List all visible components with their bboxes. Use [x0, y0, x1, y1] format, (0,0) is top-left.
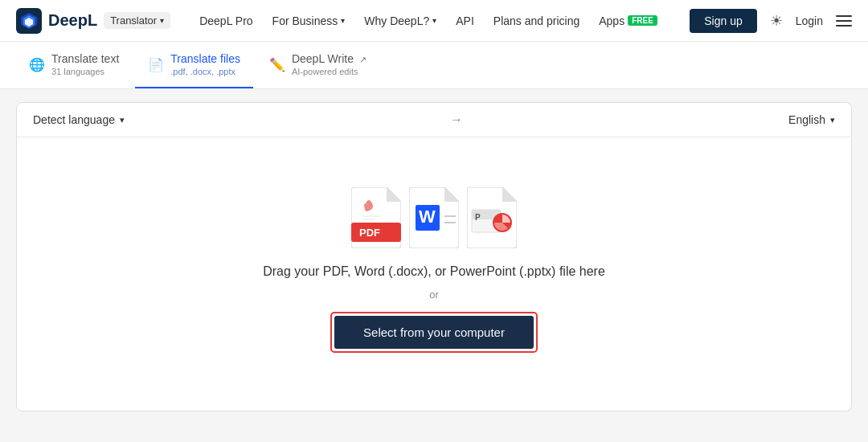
menu-line-3	[836, 25, 852, 27]
login-link[interactable]: Login	[796, 14, 823, 27]
file-type-icons: PDF W	[351, 187, 517, 248]
target-language-dropdown[interactable]: English ▾	[788, 113, 835, 126]
tab-translate-text-subtitle: 31 languages	[51, 66, 119, 77]
translator-dropdown[interactable]: Translator ▾	[104, 12, 170, 29]
pencil-icon: ✏️	[269, 57, 285, 72]
nav-for-business-label: For Business	[272, 14, 338, 27]
svg-text:PDF: PDF	[359, 227, 380, 239]
nav-apps-label: Apps	[599, 14, 624, 27]
svg-text:P: P	[475, 213, 481, 222]
pptx-file-icon: P	[467, 187, 517, 248]
nav-why-deepl-label: Why DeepL?	[364, 14, 429, 27]
header: DeepL Translator ▾ DeepL Pro For Busines…	[0, 0, 868, 42]
tab-translate-text[interactable]: 🌐 Translate text 31 languages	[16, 42, 132, 88]
detect-language-dropdown[interactable]: Detect language ▾	[33, 113, 125, 126]
detect-language-chevron-icon: ▾	[120, 115, 125, 125]
tab-deepl-write-label: DeepL Write	[292, 52, 354, 65]
nav-apps[interactable]: Apps FREE	[599, 14, 657, 27]
logo-text: DeepL	[48, 11, 97, 30]
translation-box: Detect language ▾ → English ▾ PDF	[16, 102, 852, 411]
target-language-label: English	[788, 113, 825, 126]
detect-language-label: Detect language	[33, 113, 115, 126]
hamburger-menu-icon[interactable]	[836, 15, 852, 27]
nav-deepl-pro[interactable]: DeepL Pro	[199, 14, 252, 27]
or-divider-text: or	[429, 289, 439, 301]
file-drop-zone[interactable]: PDF W	[17, 137, 851, 411]
main-nav: DeepL Pro For Business ▾ Why DeepL? ▾ AP…	[199, 14, 667, 27]
tab-deepl-write-text: DeepL Write ↗ AI-powered edits	[292, 51, 366, 77]
theme-toggle-icon[interactable]: ☀	[770, 12, 783, 30]
drag-drop-text: Drag your PDF, Word (.docx), or PowerPoi…	[263, 264, 605, 279]
translator-label: Translator	[110, 14, 157, 27]
target-language-chevron-icon: ▾	[830, 115, 835, 125]
external-link-icon: ↗	[359, 55, 366, 64]
nav-deepl-pro-label: DeepL Pro	[199, 14, 252, 27]
header-right: Sign up ☀ Login	[690, 9, 852, 33]
for-business-chevron-icon: ▾	[341, 16, 345, 25]
tab-translate-text-text: Translate text 31 languages	[51, 51, 119, 77]
tabs-bar: 🌐 Translate text 31 languages 📄 Translat…	[0, 42, 868, 89]
nav-for-business[interactable]: For Business ▾	[272, 14, 346, 27]
select-button-wrapper: Select from your computer	[330, 312, 538, 353]
why-deepl-chevron-icon: ▾	[432, 16, 436, 25]
tab-translate-files-subtitle: .pdf, .docx, .pptx	[170, 66, 240, 77]
tab-translate-files-text: Translate files .pdf, .docx, .pptx	[170, 51, 240, 77]
word-file-icon: W	[409, 187, 459, 248]
svg-text:W: W	[419, 207, 436, 227]
nav-plans-pricing[interactable]: Plans and pricing	[493, 14, 579, 27]
nav-api-label: API	[456, 14, 474, 27]
menu-line-1	[836, 15, 852, 17]
tab-translate-files-label: Translate files	[170, 52, 240, 65]
select-from-computer-button[interactable]: Select from your computer	[334, 316, 534, 349]
logo-area: DeepL Translator ▾	[16, 8, 170, 34]
main-content: Detect language ▾ → English ▾ PDF	[0, 89, 868, 424]
nav-why-deepl[interactable]: Why DeepL? ▾	[364, 14, 436, 27]
pdf-file-icon: PDF	[351, 187, 401, 248]
deepl-logo-icon	[16, 8, 42, 34]
translator-chevron-icon: ▾	[160, 16, 164, 25]
free-badge: FREE	[628, 15, 657, 26]
signup-button[interactable]: Sign up	[690, 9, 756, 33]
nav-api[interactable]: API	[456, 14, 474, 27]
tab-deepl-write-subtitle: AI-powered edits	[292, 66, 366, 77]
tab-translate-files[interactable]: 📄 Translate files .pdf, .docx, .pptx	[135, 42, 253, 88]
menu-line-2	[836, 20, 852, 22]
tab-deepl-write[interactable]: ✏️ DeepL Write ↗ AI-powered edits	[256, 42, 379, 88]
file-icon: 📄	[148, 57, 164, 72]
globe-icon: 🌐	[29, 57, 45, 72]
nav-plans-pricing-label: Plans and pricing	[493, 14, 579, 27]
tab-translate-text-label: Translate text	[51, 52, 119, 65]
language-bar: Detect language ▾ → English ▾	[17, 103, 851, 137]
language-swap-arrow: →	[450, 113, 463, 127]
